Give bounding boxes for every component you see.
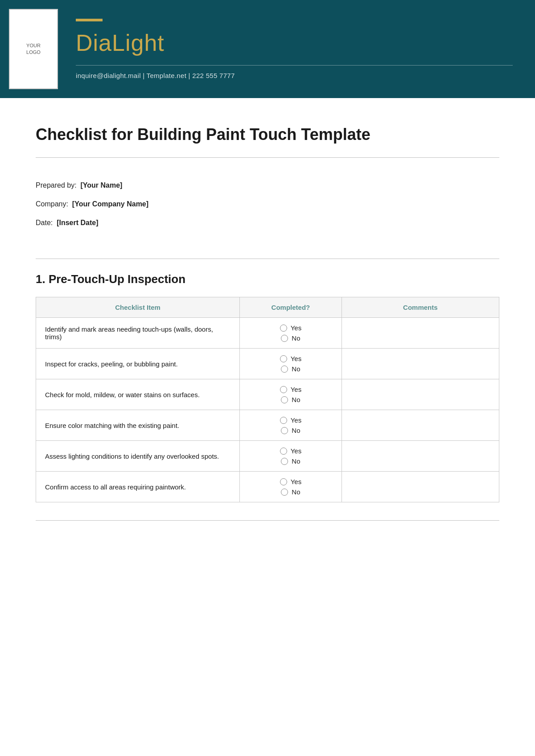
date-label: Date: [36,219,53,226]
radio-label-yes-3: Yes [291,416,301,424]
radio-label-yes-1: Yes [291,355,301,362]
comments-cell-3 [342,410,499,441]
radio-label-no-4: No [292,457,300,465]
header-accent-bar [76,19,103,21]
radio-label-no-2: No [292,396,300,403]
radio-label-yes-0: Yes [291,324,301,332]
logo-text-2: LOGO [26,49,41,56]
completed-cell-3[interactable]: YesNo [240,410,342,441]
date-value: [Insert Date] [57,219,98,226]
checklist-item-2: Check for mold, mildew, or water stains … [36,379,240,410]
radio-no-1[interactable] [281,366,288,373]
comments-cell-2 [342,379,499,410]
comments-cell-0 [342,318,499,349]
table-row: Inspect for cracks, peeling, or bubbling… [36,349,499,379]
main-content: Checklist for Building Paint Touch Templ… [0,98,535,547]
radio-label-yes-2: Yes [291,386,301,393]
col-header-item: Checklist Item [36,297,240,318]
document-title: Checklist for Building Paint Touch Templ… [36,125,499,144]
logo-text: YOUR [26,42,41,49]
radio-label-no-1: No [292,365,300,373]
radio-no-0[interactable] [281,335,288,342]
company-label: Company: [36,200,68,208]
company-value: [Your Company Name] [72,200,148,208]
radio-label-no-0: No [292,334,300,342]
table-header-row: Checklist Item Completed? Comments [36,297,499,318]
meta-divider [36,259,499,259]
prepared-by-label: Prepared by: [36,181,77,189]
checklist-item-4: Assess lighting conditions to identify a… [36,441,240,472]
comments-cell-1 [342,349,499,379]
completed-cell-0[interactable]: YesNo [240,318,342,349]
col-header-completed: Completed? [240,297,342,318]
radio-label-no-5: No [292,488,300,496]
header-contact: inquire@dialight.mail | Template.net | 2… [76,72,513,79]
completed-cell-4[interactable]: YesNo [240,441,342,472]
title-divider [36,157,499,158]
table-row: Check for mold, mildew, or water stains … [36,379,499,410]
radio-no-4[interactable] [281,458,288,465]
header-content: DiaLight inquire@dialight.mail | Templat… [58,0,535,98]
table-row: Ensure color matching with the existing … [36,410,499,441]
col-header-comments: Comments [342,297,499,318]
table-row: Identify and mark areas needing touch-up… [36,318,499,349]
radio-yes-3[interactable] [280,417,287,424]
checklist-item-1: Inspect for cracks, peeling, or bubbling… [36,349,240,379]
date-row: Date: [Insert Date] [36,218,499,228]
radio-no-3[interactable] [281,427,288,434]
radio-yes-0[interactable] [280,325,287,332]
comments-cell-4 [342,441,499,472]
checklist-item-0: Identify and mark areas needing touch-up… [36,318,240,349]
company-row: Company: [Your Company Name] [36,199,499,210]
checklist-table: Checklist Item Completed? Comments Ident… [36,297,499,502]
checklist-item-3: Ensure color matching with the existing … [36,410,240,441]
completed-cell-5[interactable]: YesNo [240,472,342,502]
radio-label-yes-5: Yes [291,478,301,485]
table-row: Confirm access to all areas requiring pa… [36,472,499,502]
company-name: DiaLight [76,29,513,56]
radio-yes-2[interactable] [280,386,287,393]
section1-heading: 1. Pre-Touch-Up Inspection [36,272,499,286]
checklist-item-5: Confirm access to all areas requiring pa… [36,472,240,502]
table-row: Assess lighting conditions to identify a… [36,441,499,472]
logo-box: YOUR LOGO [9,9,58,89]
radio-yes-5[interactable] [280,478,287,485]
header-divider [76,65,513,66]
radio-yes-4[interactable] [280,448,287,455]
prepared-by-row: Prepared by: [Your Name] [36,180,499,191]
radio-label-yes-4: Yes [291,447,301,455]
prepared-by-value: [Your Name] [81,181,123,189]
radio-label-no-3: No [292,427,300,434]
meta-section: Prepared by: [Your Name] Company: [Your … [36,171,499,245]
radio-yes-1[interactable] [280,355,287,362]
page-header: YOUR LOGO DiaLight inquire@dialight.mail… [0,0,535,98]
completed-cell-2[interactable]: YesNo [240,379,342,410]
radio-no-2[interactable] [281,396,288,403]
comments-cell-5 [342,472,499,502]
bottom-divider [36,520,499,521]
completed-cell-1[interactable]: YesNo [240,349,342,379]
radio-no-5[interactable] [281,489,288,496]
